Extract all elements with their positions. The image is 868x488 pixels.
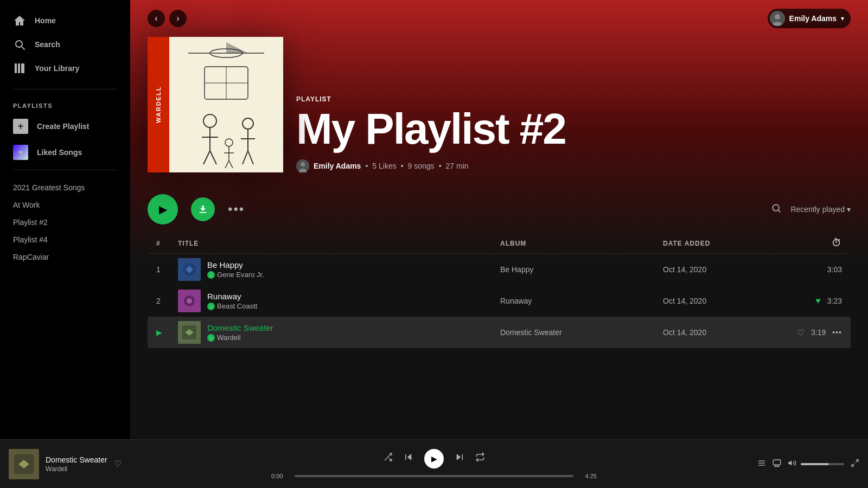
track-info: Domestic Sweater ↓ Wardell bbox=[178, 321, 500, 344]
playlist-owner-name: Emily Adams bbox=[314, 162, 361, 170]
track-title: Domestic Sweater bbox=[207, 323, 273, 332]
track-album: Domestic Sweater bbox=[500, 328, 663, 337]
play-button[interactable]: ▶ bbox=[148, 194, 178, 224]
heart-icon: ♥ bbox=[13, 145, 28, 160]
playlist-title: My Playlist #2 bbox=[296, 107, 566, 151]
download-button[interactable] bbox=[191, 197, 215, 221]
album-illustration bbox=[169, 37, 283, 172]
now-playing-like-button[interactable]: ♡ bbox=[114, 459, 122, 469]
owner-avatar bbox=[296, 159, 309, 172]
home-icon bbox=[13, 14, 26, 27]
player-buttons: ▶ bbox=[383, 449, 485, 468]
sidebar-item-search[interactable]: Search bbox=[0, 33, 130, 56]
repeat-button[interactable] bbox=[475, 452, 485, 465]
search-icon bbox=[13, 38, 26, 51]
sort-label: Recently played bbox=[790, 205, 845, 214]
col-title: TITLE bbox=[178, 240, 500, 247]
svg-rect-2 bbox=[21, 63, 24, 73]
user-avatar bbox=[770, 11, 785, 26]
track-artist: ↓ Gene Evaro Jr. bbox=[207, 271, 264, 279]
previous-button[interactable] bbox=[404, 452, 413, 465]
now-playing-artist-name: Wardell bbox=[46, 465, 107, 473]
back-button[interactable]: ‹ bbox=[148, 10, 165, 27]
sidebar-item-home-label: Home bbox=[35, 16, 56, 25]
track-duration: ♡ 3:19 ••• bbox=[799, 328, 842, 338]
downloaded-badge: ↓ bbox=[207, 303, 215, 310]
create-playlist-button[interactable]: + Create Playlist bbox=[0, 113, 130, 139]
forward-button[interactable]: › bbox=[169, 10, 187, 27]
table-row[interactable]: 2 Runaway ↓ Beast Coastt bbox=[148, 285, 851, 317]
svg-point-4 bbox=[775, 14, 780, 20]
create-playlist-label: Create Playlist bbox=[37, 122, 90, 131]
more-options-button[interactable]: ••• bbox=[228, 202, 245, 217]
playlist-duration: 27 min bbox=[446, 162, 469, 170]
volume-icon[interactable] bbox=[788, 459, 796, 470]
svg-rect-31 bbox=[199, 212, 206, 213]
progress-bar[interactable]: 0:00 4:25 bbox=[271, 473, 597, 479]
controls-bar: ▶ ••• Recently played ▾ bbox=[130, 185, 868, 237]
downloaded-badge: ↓ bbox=[207, 334, 215, 342]
track-album: Be Happy bbox=[500, 265, 663, 274]
playlist-actions: + Create Playlist ♥ Liked Songs bbox=[0, 113, 130, 165]
like-button[interactable]: ♡ bbox=[797, 328, 805, 338]
track-details: Be Happy ↓ Gene Evaro Jr. bbox=[207, 260, 264, 279]
play-pause-button[interactable]: ▶ bbox=[424, 449, 444, 468]
svg-rect-55 bbox=[773, 460, 780, 465]
fullscreen-button[interactable] bbox=[851, 459, 859, 470]
controls-right: Recently played ▾ bbox=[771, 203, 851, 216]
next-button[interactable] bbox=[455, 452, 464, 465]
user-profile-menu[interactable]: Emily Adams ▾ bbox=[768, 9, 851, 28]
volume-bar[interactable] bbox=[801, 463, 844, 465]
svg-line-60 bbox=[852, 464, 854, 466]
total-time: 4:25 bbox=[578, 473, 597, 479]
sidebar-item-library[interactable]: Your Library bbox=[0, 56, 130, 80]
track-artist: ↓ Beast Coastt bbox=[207, 302, 257, 310]
svg-marker-58 bbox=[788, 460, 792, 465]
track-thumbnail bbox=[178, 258, 201, 281]
svg-rect-1 bbox=[18, 63, 20, 73]
playlist-header: WARDELL bbox=[130, 37, 868, 185]
sidebar: Home Search Your Library bbox=[0, 0, 130, 439]
liked-icon[interactable]: ♥ bbox=[815, 296, 821, 306]
dropdown-icon: ▾ bbox=[841, 15, 844, 22]
devices-button[interactable] bbox=[773, 459, 781, 470]
sidebar-playlist-2[interactable]: At Work bbox=[0, 196, 130, 214]
svg-marker-50 bbox=[457, 454, 461, 460]
track-time: 3:19 bbox=[811, 328, 826, 337]
sidebar-item-search-label: Search bbox=[35, 40, 60, 49]
liked-songs-button[interactable]: ♥ Liked Songs bbox=[0, 139, 130, 165]
library-icon bbox=[13, 62, 26, 75]
sidebar-item-library-label: Your Library bbox=[35, 64, 79, 73]
sidebar-playlist-1[interactable]: 2021 Greatest Songs bbox=[0, 179, 130, 196]
track-thumbnail bbox=[178, 321, 201, 344]
svg-rect-0 bbox=[15, 63, 17, 73]
current-time: 0:00 bbox=[271, 473, 290, 479]
sidebar-playlist-5[interactable]: RapCaviar bbox=[0, 248, 130, 266]
now-playing-track-info: Domestic Sweater Wardell bbox=[46, 455, 107, 473]
track-list-header: # TITLE ALBUM DATE ADDED ⏱ bbox=[148, 237, 851, 254]
sidebar-item-home[interactable]: Home bbox=[0, 9, 130, 33]
svg-marker-48 bbox=[407, 454, 412, 460]
track-duration: 3:03 bbox=[799, 265, 842, 274]
now-playing-bar: Domestic Sweater Wardell ♡ ▶ bbox=[0, 439, 868, 488]
now-playing-info: Domestic Sweater Wardell ♡ bbox=[9, 449, 171, 479]
queue-button[interactable] bbox=[757, 459, 766, 470]
track-list: # TITLE ALBUM DATE ADDED ⏱ 1 bbox=[130, 237, 868, 348]
table-row[interactable]: 1 Be Happy ↓ Gene Evaro Jr. bbox=[148, 254, 851, 285]
playlists-section-label: PLAYLISTS bbox=[0, 94, 130, 113]
sidebar-playlist-4[interactable]: Playlist #4 bbox=[0, 231, 130, 248]
track-info: Be Happy ↓ Gene Evaro Jr. bbox=[178, 258, 500, 281]
table-row[interactable]: ▶ Domestic Sweater ↓ Wardell bbox=[148, 317, 851, 348]
sort-dropdown[interactable]: Recently played ▾ bbox=[790, 205, 851, 214]
progress-track[interactable] bbox=[295, 475, 573, 477]
sidebar-playlist-3[interactable]: Playlist #2 bbox=[0, 214, 130, 231]
track-title: Be Happy bbox=[207, 260, 264, 269]
track-album: Runaway bbox=[500, 297, 663, 305]
track-artist: ↓ Wardell bbox=[207, 333, 273, 342]
shuffle-button[interactable] bbox=[383, 452, 393, 465]
search-tracks-button[interactable] bbox=[771, 203, 782, 216]
player-right-controls bbox=[697, 459, 859, 470]
track-date: Oct 14, 2020 bbox=[663, 328, 799, 337]
more-options-icon[interactable]: ••• bbox=[832, 328, 842, 337]
track-thumbnail bbox=[178, 290, 201, 312]
